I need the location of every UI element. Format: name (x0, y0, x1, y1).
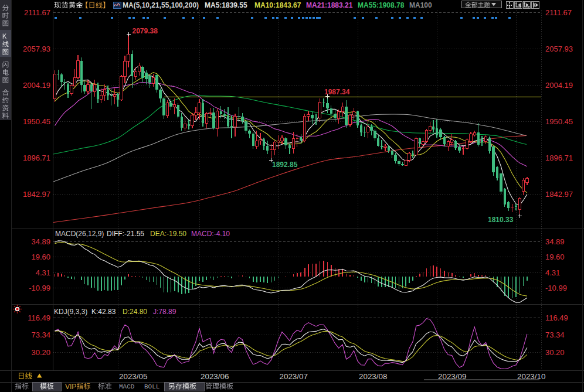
svg-text:34.89: 34.89 (545, 237, 565, 246)
svg-text:1950.45: 1950.45 (23, 117, 50, 126)
svg-text:1896.71: 1896.71 (545, 154, 573, 162)
svg-text:1950.45: 1950.45 (545, 117, 573, 126)
svg-text:2111.67: 2111.67 (545, 8, 572, 17)
svg-text:116.49: 116.49 (28, 313, 50, 322)
svg-text:MACD: MACD (119, 383, 135, 390)
svg-text:K:42.83: K:42.83 (91, 308, 116, 316)
svg-text:2111.67: 2111.67 (24, 8, 50, 17)
svg-text:KDJ(9,3,3): KDJ(9,3,3) (54, 308, 87, 316)
svg-text:MACD:-4.10: MACD:-4.10 (191, 230, 230, 238)
svg-text:1842.97: 1842.97 (23, 190, 50, 199)
svg-text:MA(5,10,21,55,100,200): MA(5,10,21,55,100,200) (123, 1, 199, 9)
svg-text:1896.71: 1896.71 (23, 154, 50, 162)
svg-text:J:78.89: J:78.89 (153, 308, 176, 316)
svg-text:-10.99: -10.99 (29, 284, 50, 292)
svg-text:1892.85: 1892.85 (272, 161, 298, 169)
svg-text:30.20: 30.20 (31, 348, 50, 357)
svg-text:2023/06: 2023/06 (201, 372, 229, 381)
svg-text:MA5:1839.55: MA5:1839.55 (205, 1, 247, 9)
svg-text:19.60: 19.60 (545, 253, 565, 261)
svg-text:2079.38: 2079.38 (133, 27, 158, 35)
svg-text:116.49: 116.49 (545, 313, 568, 322)
svg-text:DIFF:-21.55: DIFF:-21.55 (107, 230, 144, 238)
svg-text:2057.93: 2057.93 (23, 45, 50, 53)
svg-text:2023/08: 2023/08 (359, 372, 387, 381)
svg-text:MACD(26,12,9): MACD(26,12,9) (55, 230, 104, 238)
svg-text:D:24.80: D:24.80 (123, 308, 147, 316)
svg-text:1810.33: 1810.33 (488, 216, 514, 224)
svg-text:2023/07: 2023/07 (280, 372, 308, 381)
svg-text:2004.19: 2004.19 (23, 81, 50, 90)
svg-text:2004.19: 2004.19 (545, 81, 573, 90)
svg-text:VIP: VIP (65, 383, 76, 391)
svg-text:MA100: MA100 (409, 1, 432, 9)
svg-text:4.31: 4.31 (36, 268, 50, 277)
svg-text:19.60: 19.60 (31, 253, 50, 261)
svg-text:-10.99: -10.99 (545, 284, 567, 292)
svg-text:MA55:1908.78: MA55:1908.78 (358, 1, 405, 9)
svg-text:2023/05: 2023/05 (119, 372, 147, 381)
svg-text:34.89: 34.89 (31, 237, 50, 246)
svg-text:30.20: 30.20 (545, 348, 565, 357)
svg-text:DEA:-19.50: DEA:-19.50 (150, 230, 186, 238)
svg-text:4.31: 4.31 (545, 268, 560, 277)
svg-text:BOLL: BOLL (144, 383, 159, 390)
svg-text:MA10:1843.67: MA10:1843.67 (254, 1, 301, 9)
svg-text:73.34: 73.34 (31, 330, 50, 339)
svg-text:1987.34: 1987.34 (324, 88, 350, 96)
svg-text:2057.93: 2057.93 (545, 45, 573, 53)
svg-text:73.34: 73.34 (545, 330, 565, 339)
svg-text:MA21:1883.21: MA21:1883.21 (306, 1, 353, 9)
svg-text:1842.97: 1842.97 (545, 190, 573, 199)
